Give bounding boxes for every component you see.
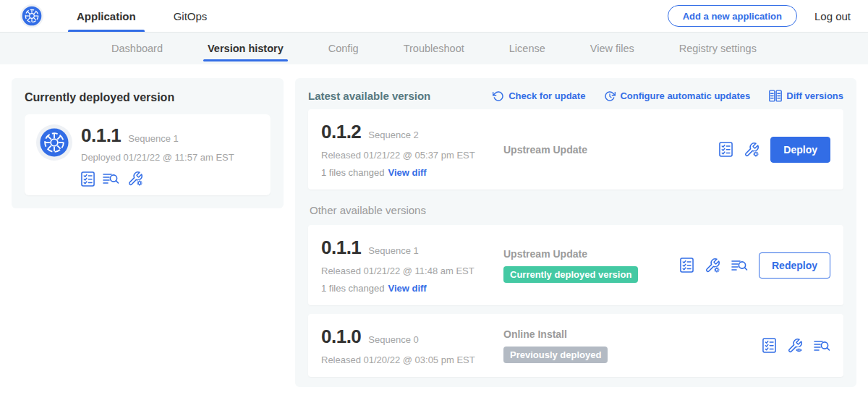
diff-versions-label: Diff versions [786, 90, 843, 101]
app-tabs: Application GitOps [68, 0, 216, 32]
kubernetes-icon [21, 5, 43, 27]
release-notes-icon[interactable] [680, 258, 694, 273]
diff-versions-link[interactable]: Diff versions [769, 90, 843, 102]
released-timestamp: Released 01/21/22 @ 11:48 am EST [321, 265, 503, 276]
version-row: 0.1.1 Sequence 1 Released 01/21/22 @ 11:… [308, 225, 843, 305]
tab-troubleshoot[interactable]: Troubleshoot [402, 33, 466, 64]
check-for-update-label: Check for update [509, 90, 585, 101]
previously-deployed-badge: Previously deployed [503, 347, 608, 363]
files-changed-label: 1 files changed [321, 167, 384, 178]
tab-gitops[interactable]: GitOps [165, 0, 216, 32]
check-for-update-link[interactable]: Check for update [493, 90, 585, 102]
tab-application[interactable]: Application [68, 0, 145, 32]
released-timestamp: Released 01/21/22 @ 05:37 pm EST [321, 150, 503, 161]
deployed-panel-title: Currently deployed version [25, 91, 271, 104]
version-sequence: Sequence 1 [368, 245, 418, 256]
tab-registry-settings[interactable]: Registry settings [678, 33, 758, 64]
preflight-results-icon[interactable] [731, 258, 748, 273]
edit-config-icon[interactable] [744, 142, 760, 158]
tab-dashboard[interactable]: Dashboard [110, 33, 164, 64]
header-actions: Add a new application Log out [668, 0, 851, 32]
release-notes-icon[interactable] [762, 338, 776, 353]
redeploy-button[interactable]: Redeploy [759, 252, 830, 279]
currently-deployed-badge: Currently deployed version [503, 266, 638, 283]
version-number: 0.1.1 [321, 237, 361, 259]
version-row: 0.1.0 Sequence 0 Released 01/20/22 @ 03:… [308, 314, 843, 377]
refresh-icon [493, 90, 504, 102]
add-application-button[interactable]: Add a new application [668, 5, 797, 27]
preflight-results-icon[interactable] [814, 339, 830, 353]
app-icon [36, 124, 72, 161]
version-sequence: Sequence 2 [368, 129, 418, 140]
top-header: Application GitOps Add a new application… [0, 0, 868, 33]
diff-icon [769, 90, 782, 102]
version-number: 0.1.0 [321, 326, 361, 348]
deployed-timestamp: Deployed 01/21/22 @ 11:57 am EST [81, 152, 234, 163]
app-logo [20, 4, 43, 27]
deployed-sequence: Sequence 1 [128, 133, 178, 144]
files-changed-label: 1 files changed [321, 283, 384, 294]
version-source: Upstream Update [503, 248, 680, 260]
latest-version-header: Latest available version [308, 90, 430, 102]
edit-config-icon[interactable] [127, 171, 143, 187]
kubernetes-icon [38, 127, 70, 158]
configure-automatic-updates-link[interactable]: Configure automatic updates [604, 90, 750, 102]
view-config-icon[interactable] [787, 338, 803, 354]
version-row: 0.1.2 Sequence 2 Released 01/21/22 @ 05:… [308, 109, 843, 190]
edit-config-icon[interactable] [705, 258, 720, 273]
released-timestamp: Released 01/20/22 @ 03:05 pm EST [321, 354, 503, 365]
clock-refresh-icon [604, 90, 616, 102]
deployed-version-number: 0.1.1 [81, 124, 121, 147]
logout-button[interactable]: Log out [814, 10, 851, 22]
version-number: 0.1.2 [321, 121, 361, 143]
view-diff-link[interactable]: View diff [388, 283, 426, 294]
deployed-version-details: 0.1.1 Sequence 1 Deployed 01/21/22 @ 11:… [81, 124, 234, 187]
tab-config[interactable]: Config [327, 33, 360, 64]
app-subnav: Dashboard Version history Config Trouble… [0, 33, 868, 64]
tab-view-files[interactable]: View files [589, 33, 636, 64]
version-sequence: Sequence 0 [368, 334, 418, 345]
version-actions: Check for update Configure automatic upd… [493, 90, 843, 102]
other-versions-header: Other available versions [310, 204, 842, 216]
currently-deployed-panel: Currently deployed version [12, 78, 284, 208]
release-notes-icon[interactable] [81, 171, 95, 187]
tab-license[interactable]: License [508, 33, 547, 64]
version-source: Upstream Update [503, 144, 719, 156]
preflight-results-icon[interactable] [103, 171, 119, 186]
release-notes-icon[interactable] [719, 142, 733, 157]
version-history-panel: Latest available version Check for updat… [295, 78, 856, 387]
view-diff-link[interactable]: View diff [388, 167, 426, 178]
deploy-button[interactable]: Deploy [770, 137, 830, 163]
deployed-version-card: 0.1.1 Sequence 1 Deployed 01/21/22 @ 11:… [25, 114, 271, 195]
version-source: Online Install [503, 328, 762, 340]
main-content: Currently deployed version [0, 64, 868, 401]
configure-automatic-updates-label: Configure automatic updates [620, 90, 750, 101]
tab-version-history[interactable]: Version history [206, 33, 285, 64]
